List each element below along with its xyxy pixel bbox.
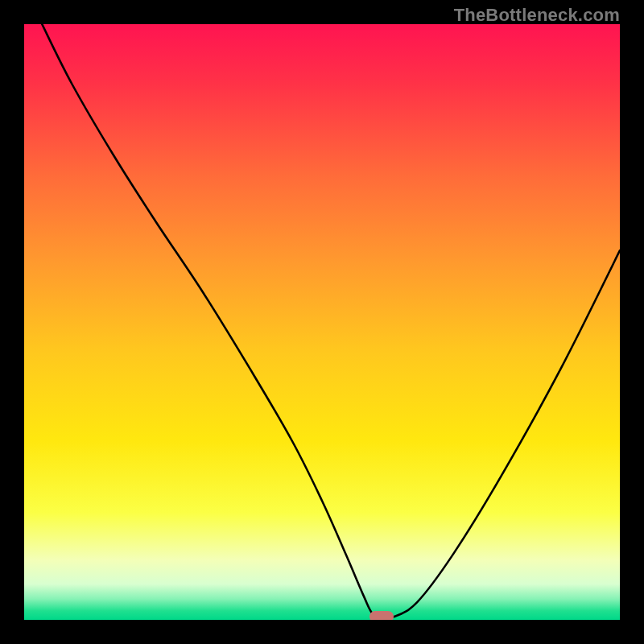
optimal-marker [369,611,394,620]
watermark-text: TheBottleneck.com [454,5,620,26]
plot-area [24,24,620,620]
chart-container: TheBottleneck.com [0,0,644,644]
bottleneck-curve [42,24,620,618]
curve-layer [24,24,620,620]
